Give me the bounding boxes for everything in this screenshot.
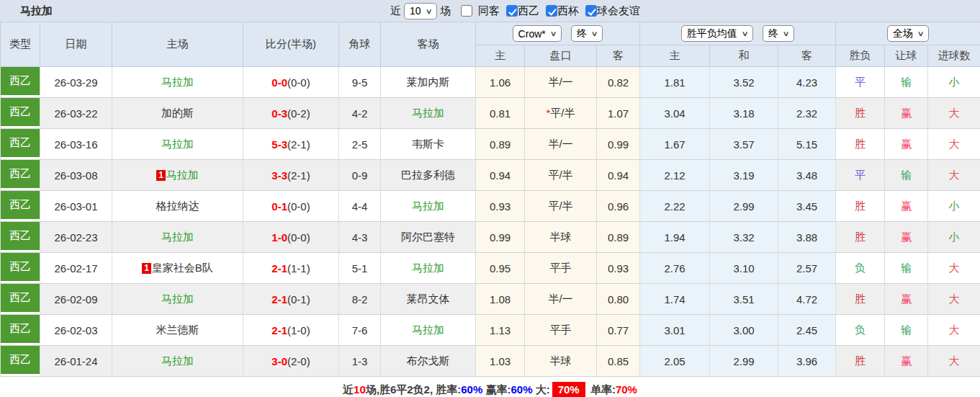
- col-header-date: 日期: [40, 22, 112, 67]
- avg-draw-cell: 3.18: [710, 98, 778, 129]
- filter-checkbox-item: 同客: [461, 4, 500, 18]
- handicap-result-value: 输: [901, 169, 912, 181]
- away-team-name: 布尔戈斯: [407, 354, 450, 367]
- home-team-cell: 马拉加: [112, 129, 243, 160]
- checkbox[interactable]: [506, 5, 518, 17]
- league-type-cell: 西乙: [1, 191, 40, 222]
- avg-type-select[interactable]: 胜平负均值 ∨: [681, 25, 753, 42]
- result-cell: 胜: [836, 191, 885, 222]
- away-team-name: 马拉加: [412, 324, 444, 336]
- corner-cell: 7-6: [339, 315, 381, 346]
- match-row: 西乙 26-02-17 1皇家社会B队 2-1(1-1) 5-1 马拉加 0.9…: [1, 253, 980, 284]
- avg-home-cell: 1.94: [640, 222, 710, 253]
- away-team-name: 马拉加: [412, 200, 444, 212]
- home-team-name: 马拉加: [161, 354, 194, 367]
- result-cell: 平: [836, 67, 885, 98]
- home-team-cell: 马拉加: [112, 284, 243, 315]
- home-team-name: 马拉加: [161, 293, 194, 305]
- score-cell: 0-1(0-0): [243, 191, 339, 222]
- match-history-panel: 马拉加 近 10 ∨ 场 同客 西乙 西杯 球会友谊: [0, 0, 980, 397]
- result-value: 胜: [855, 200, 866, 212]
- avg-home-cell: 3.04: [640, 98, 710, 129]
- fulltime-score: 5-3: [271, 138, 287, 151]
- odds-away-cell: 0.93: [597, 253, 640, 284]
- match-date: 26-03-08: [40, 160, 112, 191]
- goals-value: 大: [949, 262, 960, 274]
- handicap-result-value: 赢: [901, 293, 912, 305]
- scope-group-header: 全场 ∨: [836, 22, 980, 45]
- away-team-name: 马拉加: [412, 107, 444, 119]
- league-badge: 西乙: [1, 129, 40, 157]
- corner-cell: 0-9: [339, 160, 381, 191]
- avg-away-cell: 2.45: [778, 315, 836, 346]
- result-value: 负: [855, 324, 866, 336]
- avg-home-cell: 1.74: [640, 284, 710, 315]
- league-type-cell: 西乙: [1, 222, 40, 253]
- checkbox[interactable]: [461, 5, 472, 17]
- odds-home-cell: 1.13: [476, 315, 525, 346]
- odds-away-cell: 0.80: [597, 284, 640, 315]
- handicap-cell: 平手: [525, 315, 597, 346]
- sub-header-goals: 进球数: [928, 45, 980, 67]
- away-team-cell: 莱加内斯: [381, 67, 476, 98]
- sub-header-avg-draw: 和: [710, 45, 778, 67]
- score-cell: 5-3(2-1): [243, 129, 339, 160]
- avg-time-select[interactable]: 终 ∨: [763, 25, 794, 42]
- league-type-cell: 西乙: [1, 346, 40, 377]
- match-row: 西乙 26-02-23 马拉加 1-0(0-0) 4-3 阿尔巴塞特 0.99 …: [1, 222, 980, 253]
- match-date: 26-01-24: [40, 346, 112, 377]
- fulltime-score: 3-3: [271, 169, 287, 182]
- scope-select[interactable]: 全场 ∨: [887, 25, 929, 42]
- checkbox[interactable]: [585, 5, 597, 17]
- corner-cell: 9-5: [339, 67, 381, 98]
- result-cell: 胜: [836, 98, 885, 129]
- result-value: 胜: [855, 138, 866, 150]
- odds-time-select[interactable]: 终 ∨: [571, 25, 603, 42]
- avg-draw-cell: 3.00: [710, 315, 778, 346]
- handicap-result-cell: 输: [885, 315, 928, 346]
- home-team-name: 马拉加: [161, 76, 194, 88]
- fulltime-score: 2-1: [271, 324, 287, 336]
- match-date: 26-03-01: [40, 191, 112, 222]
- odds-away-cell: 0.82: [597, 67, 640, 98]
- sub-header-handicap-result: 让球: [885, 45, 928, 67]
- handicap-result-value: 输: [901, 324, 912, 336]
- odds-away-cell: 0.85: [597, 346, 640, 377]
- avg-away-cell: 3.88: [778, 222, 836, 253]
- result-cell: 胜: [836, 129, 885, 160]
- result-value: 胜: [855, 293, 866, 305]
- avg-draw-cell: 3.52: [710, 67, 778, 98]
- recent-count-select[interactable]: 10 ∨: [404, 3, 437, 19]
- odds-company-select[interactable]: Crow* ∨: [513, 25, 562, 42]
- odds-group-header: Crow* ∨ 终 ∨: [476, 22, 640, 45]
- handicap-result-cell: 输: [885, 253, 928, 284]
- avg-draw-cell: 3.10: [710, 253, 778, 284]
- result-value: 平: [855, 76, 866, 88]
- avg-draw-cell: 3.32: [710, 222, 778, 253]
- checkbox[interactable]: [546, 5, 557, 17]
- odds-home-cell: 1.08: [476, 284, 525, 315]
- away-team-cell: 马拉加: [381, 191, 476, 222]
- halftime-score: (0-0): [287, 76, 310, 89]
- league-badge: 西乙: [1, 98, 40, 126]
- handicap-text: 半/一: [548, 76, 572, 88]
- result-cell: 负: [836, 253, 885, 284]
- result-cell: 平: [836, 160, 885, 191]
- goals-value: 大: [949, 138, 960, 150]
- odds-home-cell: 1.03: [476, 346, 525, 377]
- league-badge: 西乙: [1, 284, 40, 312]
- avg-home-cell: 2.76: [640, 253, 710, 284]
- match-date: 26-02-23: [40, 222, 112, 253]
- handicap-cell: 半球: [525, 346, 597, 377]
- avg-draw-cell: 2.99: [710, 346, 778, 377]
- corner-cell: 2-5: [339, 129, 381, 160]
- score-cell: 0-0(0-0): [243, 67, 339, 98]
- halftime-score: (0-2): [287, 107, 310, 120]
- away-team-cell: 韦斯卡: [381, 129, 476, 160]
- goals-cell: 小: [928, 67, 980, 98]
- corner-cell: 8-2: [339, 284, 381, 315]
- score-cell: 3-0(2-0): [243, 346, 339, 377]
- home-team-cell: 1皇家社会B队: [112, 253, 243, 284]
- league-badge: 西乙: [1, 222, 40, 250]
- result-cell: 胜: [836, 222, 885, 253]
